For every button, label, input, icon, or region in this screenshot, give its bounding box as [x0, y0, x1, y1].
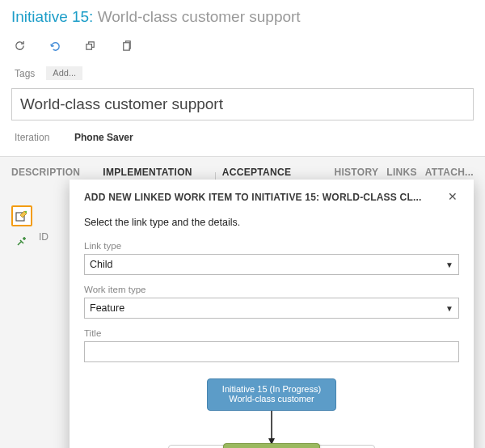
title-prefix: Initiative 15: [11, 8, 93, 25]
add-linked-item-dialog: ADD NEW LINKED WORK ITEM TO INITIATIVE 1… [70, 180, 474, 448]
iteration-value[interactable]: Phone Saver [74, 132, 133, 143]
iteration-label: Iteration [15, 132, 58, 143]
title-input[interactable] [84, 341, 459, 362]
undo-button[interactable] [48, 39, 61, 52]
link-type-label: Link type [84, 241, 459, 251]
chevron-down-icon: ▼ [445, 304, 453, 313]
connector-arrow-icon [268, 411, 276, 446]
add-link-button[interactable] [11, 231, 32, 252]
page-title: Initiative 15: World-class customer supp… [11, 8, 474, 26]
diagram-new-node: (New work item) [223, 443, 320, 448]
svg-rect-0 [86, 44, 91, 49]
summary-field[interactable]: World-class customer support [11, 88, 474, 120]
work-item-type-select[interactable]: Feature ▼ [84, 298, 459, 319]
summary-text: World-class customer support [20, 95, 465, 113]
iteration-row: Iteration Phone Saver [11, 129, 474, 151]
dialog-title: ADD NEW LINKED WORK ITEM TO INITIATIVE 1… [84, 192, 446, 203]
title-text: World-class customer support [98, 8, 301, 25]
work-item-type-label: Work item type [84, 285, 459, 294]
link-button[interactable] [84, 39, 97, 52]
new-linked-item-button[interactable] [11, 205, 32, 226]
refresh-button[interactable] [13, 39, 26, 52]
close-icon[interactable]: ✕ [446, 191, 459, 204]
work-item-type-value: Feature [90, 302, 124, 314]
link-type-value: Child [90, 259, 113, 270]
link-type-select[interactable]: Child ▼ [84, 254, 459, 275]
dialog-instruction: Select the link type and the details. [84, 217, 459, 228]
tags-row: Tags Add... [11, 61, 474, 88]
toolbar [11, 36, 474, 61]
title-field-label: Title [84, 328, 459, 338]
tags-label: Tags [15, 68, 35, 79]
svg-rect-1 [123, 42, 129, 49]
diagram-parent-line1: Initiative 15 (In Progress) [219, 384, 324, 394]
id-column-header: ID [39, 231, 48, 243]
chevron-down-icon: ▼ [445, 260, 453, 269]
diagram-parent-node: Initiative 15 (In Progress) World-class … [207, 378, 336, 411]
relationship-diagram: Initiative 15 (In Progress) World-class … [84, 378, 459, 448]
diagram-parent-line2: World-class customer [219, 394, 324, 404]
add-tag-button[interactable]: Add... [46, 66, 82, 80]
svg-point-3 [25, 211, 27, 213]
copy-button[interactable] [120, 39, 133, 52]
